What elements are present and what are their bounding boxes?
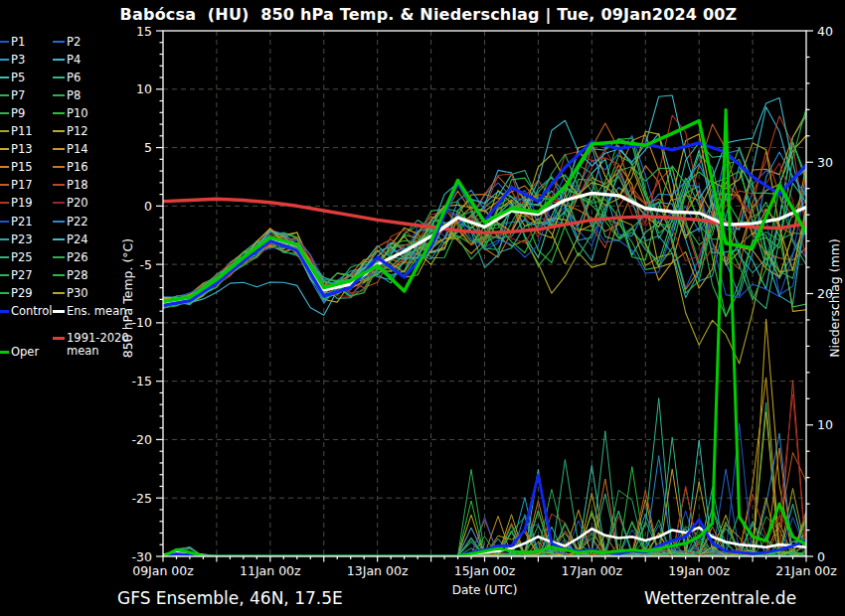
y-tick-label-left: 15 — [136, 24, 152, 39]
y-tick-label-left: 0 — [144, 199, 152, 214]
y-tick-label-left: 5 — [144, 140, 152, 155]
x-tick-label: 15Jan 00z — [454, 563, 516, 578]
y-tick-label-left: -10 — [132, 315, 152, 330]
x-tick-label: 17Jan 00z — [562, 563, 623, 578]
y-tick-label-left: -5 — [140, 257, 152, 272]
y-tick-label-right: 30 — [817, 155, 833, 170]
y-tick-label-left: -25 — [132, 491, 152, 506]
y-tick-label-left: 10 — [136, 81, 152, 96]
y-tick-label-left: -15 — [132, 374, 152, 388]
model-info-text: GFS Ensemble, 46N, 17.5E — [117, 588, 343, 608]
x-tick-label: 13Jan 00z — [347, 563, 409, 578]
x-tick-label: 19Jan 00z — [668, 563, 730, 578]
x-tick-label: 21Jan 00z — [775, 563, 837, 578]
meteogram-window: Babócsa (HU) 850 hPa Temp. & Niederschla… — [0, 0, 845, 616]
gridlines — [163, 31, 806, 556]
y-tick-label-right: 40 — [817, 24, 833, 39]
y-axis-label-left: 850 hPa Temp. (°C) — [120, 238, 135, 358]
y-tick-label-right: 0 — [817, 549, 825, 564]
y-tick-label-left: -20 — [132, 432, 152, 447]
y-tick-label-left: -30 — [132, 549, 152, 564]
x-tick-label: 09Jan 00z — [132, 563, 194, 578]
x-tick-label: 11Jan 00z — [240, 563, 301, 578]
y-tick-label-right: 10 — [817, 417, 833, 432]
watermark-text: Wetterzentrale.de — [644, 588, 796, 608]
y-axis-label-right: Niederschlag (mm) — [827, 238, 842, 358]
